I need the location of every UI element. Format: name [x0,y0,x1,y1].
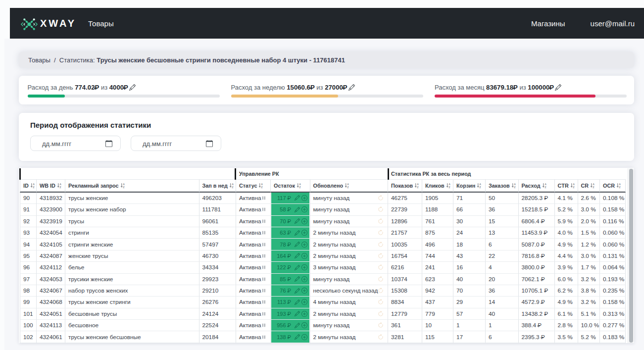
svg-text:Z: Z [573,186,574,188]
svg-text:A: A [261,183,263,186]
svg-text:A: A [480,183,482,186]
svg-text:A: A [514,183,516,186]
svg-text:Z: Z [480,186,481,188]
svg-text:Z: Z [593,186,594,188]
svg-text:Z: Z [514,186,515,188]
svg-text:Z: Z [123,186,124,188]
svg-text:A: A [59,183,61,186]
svg-text:A: A [123,183,125,186]
svg-text:A: A [573,183,575,186]
svg-text:A: A [619,183,621,186]
svg-text:Z: Z [33,186,34,188]
svg-text:Z: Z [545,186,546,188]
svg-text:Z: Z [448,186,450,188]
svg-text:Z: Z [232,186,233,188]
svg-text:Z: Z [347,186,349,188]
svg-text:A: A [347,183,349,186]
svg-text:A: A [593,183,595,186]
svg-text:A: A [232,183,234,186]
svg-text:A: A [545,183,546,186]
svg-text:A: A [417,183,419,186]
svg-text:Z: Z [619,186,621,188]
svg-text:Z: Z [417,186,419,188]
svg-text:A: A [33,183,35,186]
svg-text:Z: Z [59,186,61,188]
svg-text:Z: Z [299,186,300,188]
svg-text:A: A [299,183,301,186]
svg-text:A: A [448,183,450,186]
svg-text:Z: Z [261,186,263,188]
